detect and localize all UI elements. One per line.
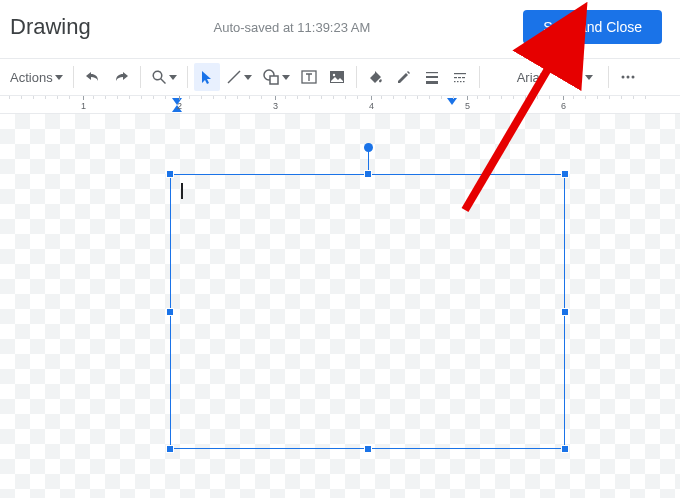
undo-icon bbox=[84, 68, 102, 86]
resize-handle-bottom-right[interactable] bbox=[561, 445, 569, 453]
font-family-dropdown-button[interactable] bbox=[576, 63, 602, 91]
separator bbox=[140, 66, 141, 88]
pencil-icon bbox=[396, 69, 412, 85]
svg-rect-13 bbox=[457, 81, 459, 82]
separator bbox=[187, 66, 188, 88]
textbox-shape[interactable] bbox=[170, 174, 565, 449]
svg-rect-1 bbox=[270, 76, 278, 84]
line-weight-icon bbox=[424, 69, 440, 85]
separator bbox=[608, 66, 609, 88]
redo-button[interactable] bbox=[108, 63, 134, 91]
line-icon bbox=[226, 69, 242, 85]
line-tool-button[interactable] bbox=[222, 63, 256, 91]
select-icon bbox=[199, 69, 215, 85]
border-dash-button[interactable] bbox=[447, 63, 473, 91]
svg-point-18 bbox=[631, 76, 634, 79]
save-and-close-button[interactable]: Save and Close bbox=[523, 10, 662, 44]
resize-handle-middle-left[interactable] bbox=[166, 308, 174, 316]
horizontal-ruler: 123456 bbox=[0, 96, 680, 114]
shape-tool-button[interactable] bbox=[258, 63, 294, 91]
fill-color-button[interactable] bbox=[363, 63, 389, 91]
svg-rect-14 bbox=[460, 81, 462, 82]
image-icon bbox=[329, 69, 345, 85]
resize-handle-bottom-left[interactable] bbox=[166, 445, 174, 453]
svg-point-4 bbox=[332, 74, 334, 76]
svg-rect-15 bbox=[463, 81, 465, 82]
separator bbox=[479, 66, 480, 88]
border-weight-button[interactable] bbox=[419, 63, 445, 91]
resize-handle-top-left[interactable] bbox=[166, 170, 174, 178]
svg-rect-6 bbox=[426, 76, 438, 78]
more-options-button[interactable] bbox=[615, 63, 641, 91]
svg-rect-8 bbox=[454, 73, 466, 74]
textbox-tool-button[interactable] bbox=[296, 63, 322, 91]
resize-handle-top-middle[interactable] bbox=[364, 170, 372, 178]
svg-rect-5 bbox=[426, 72, 438, 73]
zoom-button[interactable] bbox=[147, 63, 181, 91]
separator bbox=[356, 66, 357, 88]
actions-menu-button[interactable]: Actions bbox=[6, 63, 67, 91]
toolbar: Actions Arial bbox=[0, 58, 680, 96]
select-tool-button[interactable] bbox=[194, 63, 220, 91]
redo-icon bbox=[112, 68, 130, 86]
drawing-canvas[interactable] bbox=[0, 114, 680, 498]
chevron-down-icon bbox=[169, 75, 177, 80]
border-color-button[interactable] bbox=[391, 63, 417, 91]
font-family-select[interactable]: Arial bbox=[486, 63, 574, 91]
svg-rect-11 bbox=[462, 77, 465, 78]
textbox-icon bbox=[301, 69, 317, 85]
svg-point-16 bbox=[621, 76, 624, 79]
chevron-down-icon bbox=[282, 75, 290, 80]
svg-rect-10 bbox=[458, 77, 461, 78]
paint-bucket-icon bbox=[368, 69, 384, 85]
image-tool-button[interactable] bbox=[324, 63, 350, 91]
resize-handle-middle-right[interactable] bbox=[561, 308, 569, 316]
indent-marker-right[interactable] bbox=[447, 98, 457, 105]
svg-rect-12 bbox=[454, 81, 456, 82]
shape-icon bbox=[262, 68, 280, 86]
text-cursor bbox=[181, 183, 183, 199]
zoom-icon bbox=[151, 69, 167, 85]
chevron-down-icon bbox=[55, 75, 63, 80]
autosave-status: Auto-saved at 11:39:23 AM bbox=[61, 20, 523, 35]
separator bbox=[73, 66, 74, 88]
more-horizontal-icon bbox=[620, 69, 636, 85]
rotate-handle[interactable] bbox=[364, 143, 373, 152]
svg-rect-9 bbox=[454, 77, 457, 78]
dialog-header: Drawing Auto-saved at 11:39:23 AM Save a… bbox=[0, 0, 680, 58]
chevron-down-icon bbox=[585, 75, 593, 80]
svg-point-17 bbox=[626, 76, 629, 79]
line-dash-icon bbox=[452, 69, 468, 85]
undo-button[interactable] bbox=[80, 63, 106, 91]
svg-rect-7 bbox=[426, 81, 438, 84]
chevron-down-icon bbox=[244, 75, 252, 80]
resize-handle-bottom-middle[interactable] bbox=[364, 445, 372, 453]
resize-handle-top-right[interactable] bbox=[561, 170, 569, 178]
